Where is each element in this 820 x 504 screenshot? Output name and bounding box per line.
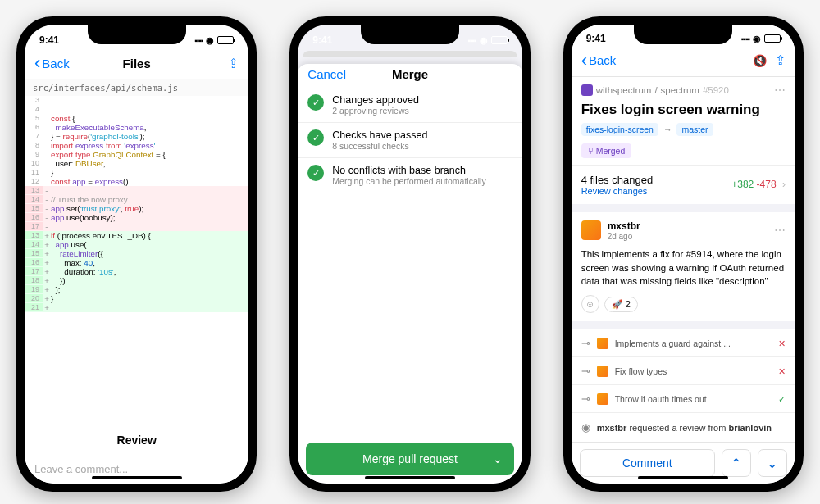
phone-pr: 9:41 ▪▪▪▪ ◉ Back 🔇 ⇪ withspectrum / spec… [563,16,804,492]
code-line[interactable]: 16-app.use(toobusy); [25,213,248,222]
review-changes-link[interactable]: Review changes [581,186,653,196]
code-line[interactable]: 17+ duration: '10s', [25,267,248,276]
commit-row[interactable]: ⊸Implements a guard against ...✕ [572,329,795,356]
repo-app-icon [581,84,593,96]
code-line[interactable]: 6 makeExecutableSchema, [25,123,248,132]
x-icon: ✕ [778,338,786,348]
pr-title: Fixes login screen warning [581,102,786,118]
more-icon[interactable]: ⋯ [774,224,786,237]
code-line[interactable]: 10 user: DBUser, [25,159,248,168]
avatar [597,366,608,377]
battery-icon [491,36,508,44]
commit-row[interactable]: ⊸Fix flow types✕ [572,356,795,384]
code-line[interactable]: 19+ ); [25,285,248,294]
code-diff[interactable]: 3 4 5 const {6 makeExecutableSchema,7 } … [25,96,248,425]
code-line[interactable]: 20+} [25,294,248,303]
code-line[interactable]: 14+ app.use( [25,240,248,249]
more-icon[interactable]: ⋯ [774,84,786,97]
comment-button[interactable]: Comment [580,449,715,477]
eye-icon: ◉ [581,421,590,434]
merge-check-item[interactable]: ✓Changes approved2 approving reviews [298,88,522,123]
reaction-pill[interactable]: 🚀 2 [604,297,638,312]
additions: +382 [731,179,754,190]
page-title: Files [123,57,151,70]
code-line[interactable]: 5 const { [25,114,248,123]
deletions: -478 [757,179,777,190]
commit-list: ⊸Implements a guard against ...✕⊸Fix flo… [572,329,795,412]
code-line[interactable]: 15-app.set('trust proxy', true); [25,204,248,213]
merge-checklist: ✓Changes approved2 approving reviews✓Che… [298,88,522,193]
code-line[interactable]: 7 } = require('graphql-tools'); [25,132,248,141]
commit-icon: ⊸ [581,337,590,349]
prev-button[interactable]: ⌃ [722,449,751,477]
status-time: 9:41 [39,34,59,46]
share-icon[interactable]: ⇪ [775,52,786,68]
arrow-right-icon: → [663,125,672,134]
signal-icon: ▪▪▪▪ [741,34,749,43]
timestamp: 2d ago [608,232,640,241]
code-line[interactable]: 4 [25,105,248,114]
code-line[interactable]: 18+ }) [25,276,248,285]
merged-badge: ⑂ Merged [581,143,632,158]
battery-icon [217,36,234,44]
back-button[interactable]: Back [34,54,70,72]
merge-check-item[interactable]: ✓No conflicts with base branchMerging ca… [298,158,522,193]
code-line[interactable]: 8 import express from 'express' [25,141,248,150]
home-indicator[interactable] [638,476,728,479]
repo-name[interactable]: spectrum [661,85,699,95]
avatar[interactable] [581,220,601,240]
branch-from[interactable]: fixes-login-screen [581,123,658,136]
code-line[interactable]: 9 export type GraphQLContext = { [25,150,248,159]
sheet-title: Merge [392,67,428,81]
code-line[interactable]: 17- [25,222,248,231]
check-icon: ✓ [308,165,324,181]
next-button[interactable]: ⌄ [758,449,787,477]
review-request-event: ◉ mxstbr requested a review from brianlo… [572,412,795,442]
commit-icon: ⊸ [581,365,590,377]
battery-icon [764,34,781,43]
status-time: 9:41 [586,33,606,44]
merge-pull-request-button[interactable]: Merge pull request ⌄ [306,443,513,475]
code-line[interactable]: 12 const app = express() [25,177,248,186]
event-target[interactable]: brianlovin [728,423,772,433]
sheet-behind [303,51,517,57]
branch-to[interactable]: master [676,123,713,136]
navbar: Back Files ⇪ [25,51,248,79]
event-user[interactable]: mxstbr [597,423,627,433]
repo-owner[interactable]: withspectrum [596,85,652,95]
pr-description-card: mxstbr 2d ago ⋯ This implements a fix fo… [572,212,795,321]
merge-check-item[interactable]: ✓Checks have passed8 successful checks [298,123,522,158]
author-name[interactable]: mxstbr [608,220,640,232]
back-button[interactable]: Back [581,52,617,70]
commit-icon: ⊸ [581,393,590,405]
check-icon: ✓ [778,394,786,404]
commit-row[interactable]: ⊸Throw if oauth times out✓ [572,384,795,412]
avatar [597,393,608,405]
files-changed-row[interactable]: 4 files changed Review changes +382 -478… [572,165,795,204]
add-reaction-button[interactable]: ☺ [581,295,599,313]
code-line[interactable]: 21+ [25,303,248,312]
merge-cta-label: Merge pull request [362,452,458,465]
code-line[interactable]: 13+if (!process.env.TEST_DB) { [25,231,248,240]
avatar [597,338,608,349]
code-line[interactable]: 11 } [25,168,248,177]
pr-header: withspectrum / spectrum #5920 ⋯ Fixes lo… [572,77,795,165]
mute-icon[interactable]: 🔇 [753,54,767,67]
cancel-button[interactable]: Cancel [308,67,346,81]
code-line[interactable]: 3 [25,96,248,105]
signal-icon: ▪▪▪▪ [467,36,476,45]
share-icon[interactable]: ⇪ [228,56,239,71]
review-tab[interactable]: Review [25,425,248,455]
home-indicator[interactable] [365,476,455,479]
phone-merge: 9:41 ▪▪▪▪ ◉ Cancel Merge ✓Changes approv… [289,16,530,492]
merge-sheet: Cancel Merge ✓Changes approved2 approvin… [298,64,522,484]
code-line[interactable]: 14-// Trust the now proxy [25,195,248,204]
code-line[interactable]: 13- [25,186,248,195]
notch [634,25,732,44]
chevron-right-icon: › [782,179,786,190]
pr-number: #5920 [703,85,729,95]
home-indicator[interactable] [92,476,182,479]
code-line[interactable]: 15+ rateLimiter({ [25,249,248,258]
code-line[interactable]: 16+ max: 40, [25,258,248,267]
pr-body-text: This implements a fix for #5914, where t… [581,247,786,288]
